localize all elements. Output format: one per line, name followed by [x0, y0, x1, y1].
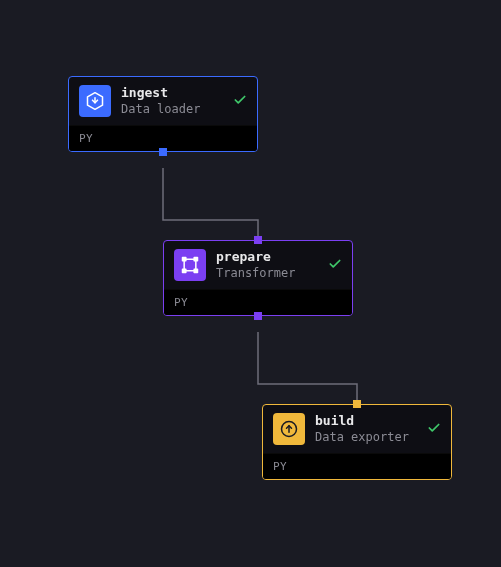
node-title: ingest [121, 85, 223, 101]
svg-rect-5 [194, 269, 197, 272]
node-subtitle: Data loader [121, 102, 223, 118]
node-header: build Data exporter [263, 405, 451, 453]
check-icon [427, 420, 441, 439]
node-subtitle: Transformer [216, 266, 318, 282]
node-titles: ingest Data loader [121, 85, 223, 117]
port-out[interactable] [254, 312, 262, 320]
edge-prepare-build [258, 332, 357, 404]
node-titles: build Data exporter [315, 413, 417, 445]
svg-rect-4 [183, 269, 186, 272]
node-titles: prepare Transformer [216, 249, 318, 281]
node-ingest[interactable]: ingest Data loader PY [68, 76, 258, 152]
check-icon [328, 256, 342, 275]
check-icon [233, 92, 247, 111]
node-build[interactable]: build Data exporter PY [262, 404, 452, 480]
loader-icon [79, 85, 111, 117]
node-header: prepare Transformer [164, 241, 352, 289]
node-header: ingest Data loader [69, 77, 257, 125]
port-out[interactable] [159, 148, 167, 156]
exporter-icon [273, 413, 305, 445]
svg-rect-2 [183, 258, 186, 261]
edge-ingest-prepare [163, 168, 258, 240]
node-lang-badge: PY [263, 453, 451, 479]
node-prepare[interactable]: prepare Transformer PY [163, 240, 353, 316]
node-title: build [315, 413, 417, 429]
transformer-icon [174, 249, 206, 281]
svg-rect-3 [194, 258, 197, 261]
node-title: prepare [216, 249, 318, 265]
node-subtitle: Data exporter [315, 430, 417, 446]
